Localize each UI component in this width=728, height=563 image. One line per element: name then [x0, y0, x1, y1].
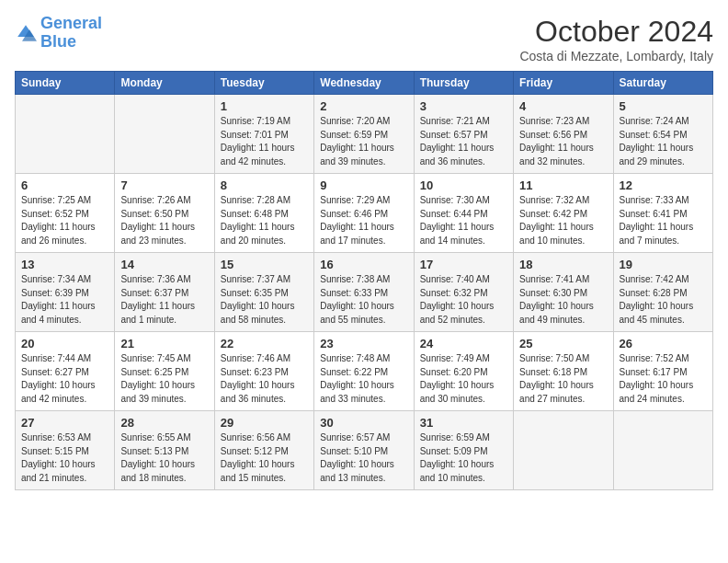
- logo: General Blue: [15, 15, 102, 52]
- day-info: Sunrise: 7:28 AMSunset: 6:48 PMDaylight:…: [221, 194, 308, 247]
- day-number: 30: [320, 416, 407, 430]
- calendar-cell: [613, 411, 712, 490]
- day-number: 21: [120, 337, 208, 350]
- title-block: October 2024 Costa di Mezzate, Lombardy,…: [519, 15, 713, 63]
- day-number: 31: [420, 416, 507, 430]
- day-info: Sunrise: 6:55 AMSunset: 5:13 PMDaylight:…: [120, 431, 208, 485]
- week-row-3: 13Sunrise: 7:34 AMSunset: 6:39 PMDayligh…: [16, 253, 713, 332]
- day-number: 8: [221, 178, 308, 192]
- month-year: October 2024: [519, 15, 713, 49]
- day-info: Sunrise: 7:41 AMSunset: 6:30 PMDaylight:…: [519, 273, 607, 327]
- day-info: Sunrise: 7:33 AMSunset: 6:41 PMDaylight:…: [620, 194, 707, 247]
- week-row-4: 20Sunrise: 7:44 AMSunset: 6:27 PMDayligh…: [16, 332, 713, 411]
- calendar-cell: 18Sunrise: 7:41 AMSunset: 6:30 PMDayligh…: [514, 253, 613, 332]
- calendar-cell: 28Sunrise: 6:55 AMSunset: 5:13 PMDayligh…: [115, 411, 214, 490]
- day-number: 20: [21, 337, 108, 350]
- day-info: Sunrise: 7:34 AMSunset: 6:39 PMDaylight:…: [21, 273, 108, 327]
- day-info: Sunrise: 7:36 AMSunset: 6:37 PMDaylight:…: [120, 273, 208, 327]
- calendar-cell: 12Sunrise: 7:33 AMSunset: 6:41 PMDayligh…: [613, 174, 712, 253]
- day-info: Sunrise: 7:29 AMSunset: 6:46 PMDaylight:…: [320, 194, 407, 247]
- weekday-header-sunday: Sunday: [16, 72, 115, 95]
- calendar-cell: 7Sunrise: 7:26 AMSunset: 6:50 PMDaylight…: [115, 174, 214, 253]
- day-number: 27: [21, 416, 108, 430]
- calendar-cell: 22Sunrise: 7:46 AMSunset: 6:23 PMDayligh…: [214, 332, 313, 411]
- day-info: Sunrise: 7:26 AMSunset: 6:50 PMDaylight:…: [120, 194, 208, 247]
- day-number: 4: [519, 99, 607, 113]
- day-info: Sunrise: 6:56 AMSunset: 5:12 PMDaylight:…: [221, 431, 308, 485]
- day-number: 13: [21, 258, 108, 271]
- day-number: 7: [120, 178, 208, 192]
- calendar-cell: 8Sunrise: 7:28 AMSunset: 6:48 PMDaylight…: [214, 174, 313, 253]
- calendar-cell: [16, 95, 115, 174]
- calendar-cell: 24Sunrise: 7:49 AMSunset: 6:20 PMDayligh…: [414, 332, 513, 411]
- calendar-cell: 25Sunrise: 7:50 AMSunset: 6:18 PMDayligh…: [514, 332, 613, 411]
- week-row-1: 1Sunrise: 7:19 AMSunset: 7:01 PMDaylight…: [16, 95, 713, 174]
- weekday-header-friday: Friday: [514, 72, 613, 95]
- calendar-cell: 16Sunrise: 7:38 AMSunset: 6:33 PMDayligh…: [314, 253, 414, 332]
- weekday-header-thursday: Thursday: [414, 72, 513, 95]
- calendar-cell: [514, 411, 613, 490]
- calendar-cell: 29Sunrise: 6:56 AMSunset: 5:12 PMDayligh…: [214, 411, 313, 490]
- day-info: Sunrise: 7:42 AMSunset: 6:28 PMDaylight:…: [620, 273, 707, 327]
- calendar-cell: 1Sunrise: 7:19 AMSunset: 7:01 PMDaylight…: [214, 95, 313, 174]
- day-number: 17: [420, 258, 507, 271]
- calendar-cell: 2Sunrise: 7:20 AMSunset: 6:59 PMDaylight…: [314, 95, 414, 174]
- calendar-table: SundayMondayTuesdayWednesdayThursdayFrid…: [15, 71, 713, 490]
- calendar-cell: 13Sunrise: 7:34 AMSunset: 6:39 PMDayligh…: [16, 253, 115, 332]
- day-info: Sunrise: 7:32 AMSunset: 6:42 PMDaylight:…: [519, 194, 607, 247]
- day-number: 11: [519, 178, 607, 192]
- day-info: Sunrise: 7:21 AMSunset: 6:57 PMDaylight:…: [420, 115, 507, 168]
- week-row-2: 6Sunrise: 7:25 AMSunset: 6:52 PMDaylight…: [16, 174, 713, 253]
- day-number: 24: [420, 337, 507, 350]
- day-info: Sunrise: 6:59 AMSunset: 5:09 PMDaylight:…: [420, 431, 507, 485]
- week-row-5: 27Sunrise: 6:53 AMSunset: 5:15 PMDayligh…: [16, 411, 713, 490]
- calendar-cell: 10Sunrise: 7:30 AMSunset: 6:44 PMDayligh…: [414, 174, 513, 253]
- day-number: 23: [320, 337, 407, 350]
- day-info: Sunrise: 7:48 AMSunset: 6:22 PMDaylight:…: [320, 352, 407, 406]
- day-number: 6: [21, 178, 108, 192]
- calendar-cell: 21Sunrise: 7:45 AMSunset: 6:25 PMDayligh…: [115, 332, 214, 411]
- day-number: 9: [320, 178, 407, 192]
- calendar-cell: 9Sunrise: 7:29 AMSunset: 6:46 PMDaylight…: [314, 174, 414, 253]
- calendar-cell: 26Sunrise: 7:52 AMSunset: 6:17 PMDayligh…: [613, 332, 712, 411]
- calendar-cell: [115, 95, 214, 174]
- location: Costa di Mezzate, Lombardy, Italy: [519, 49, 713, 63]
- calendar-cell: 27Sunrise: 6:53 AMSunset: 5:15 PMDayligh…: [16, 411, 115, 490]
- calendar-cell: 31Sunrise: 6:59 AMSunset: 5:09 PMDayligh…: [414, 411, 513, 490]
- calendar-cell: 4Sunrise: 7:23 AMSunset: 6:56 PMDaylight…: [514, 95, 613, 174]
- logo-text: General Blue: [40, 15, 102, 52]
- day-info: Sunrise: 7:24 AMSunset: 6:54 PMDaylight:…: [620, 115, 707, 168]
- day-number: 26: [620, 337, 707, 350]
- day-number: 12: [620, 178, 707, 192]
- calendar-cell: 14Sunrise: 7:36 AMSunset: 6:37 PMDayligh…: [115, 253, 214, 332]
- day-number: 1: [221, 99, 308, 113]
- calendar-cell: 19Sunrise: 7:42 AMSunset: 6:28 PMDayligh…: [613, 253, 712, 332]
- calendar-cell: 6Sunrise: 7:25 AMSunset: 6:52 PMDaylight…: [16, 174, 115, 253]
- day-number: 22: [221, 337, 308, 350]
- day-info: Sunrise: 7:40 AMSunset: 6:32 PMDaylight:…: [420, 273, 507, 327]
- page-header: General Blue October 2024 Costa di Mezza…: [15, 15, 713, 63]
- calendar-cell: 23Sunrise: 7:48 AMSunset: 6:22 PMDayligh…: [314, 332, 414, 411]
- day-number: 25: [519, 337, 607, 350]
- day-number: 5: [620, 99, 707, 113]
- weekday-header-monday: Monday: [115, 72, 214, 95]
- calendar-cell: 17Sunrise: 7:40 AMSunset: 6:32 PMDayligh…: [414, 253, 513, 332]
- day-info: Sunrise: 7:37 AMSunset: 6:35 PMDaylight:…: [221, 273, 308, 327]
- day-info: Sunrise: 7:49 AMSunset: 6:20 PMDaylight:…: [420, 352, 507, 406]
- day-number: 19: [620, 258, 707, 271]
- day-info: Sunrise: 7:19 AMSunset: 7:01 PMDaylight:…: [221, 115, 308, 168]
- calendar-cell: 15Sunrise: 7:37 AMSunset: 6:35 PMDayligh…: [214, 253, 313, 332]
- weekday-header-row: SundayMondayTuesdayWednesdayThursdayFrid…: [16, 72, 713, 95]
- day-info: Sunrise: 7:46 AMSunset: 6:23 PMDaylight:…: [221, 352, 308, 406]
- calendar-cell: 20Sunrise: 7:44 AMSunset: 6:27 PMDayligh…: [16, 332, 115, 411]
- day-number: 10: [420, 178, 507, 192]
- calendar-cell: 5Sunrise: 7:24 AMSunset: 6:54 PMDaylight…: [613, 95, 712, 174]
- logo-icon: [15, 22, 37, 44]
- day-info: Sunrise: 7:30 AMSunset: 6:44 PMDaylight:…: [420, 194, 507, 247]
- calendar-cell: 3Sunrise: 7:21 AMSunset: 6:57 PMDaylight…: [414, 95, 513, 174]
- calendar-cell: 11Sunrise: 7:32 AMSunset: 6:42 PMDayligh…: [514, 174, 613, 253]
- day-info: Sunrise: 7:44 AMSunset: 6:27 PMDaylight:…: [21, 352, 108, 406]
- weekday-header-tuesday: Tuesday: [214, 72, 313, 95]
- weekday-header-saturday: Saturday: [613, 72, 712, 95]
- day-number: 2: [320, 99, 407, 113]
